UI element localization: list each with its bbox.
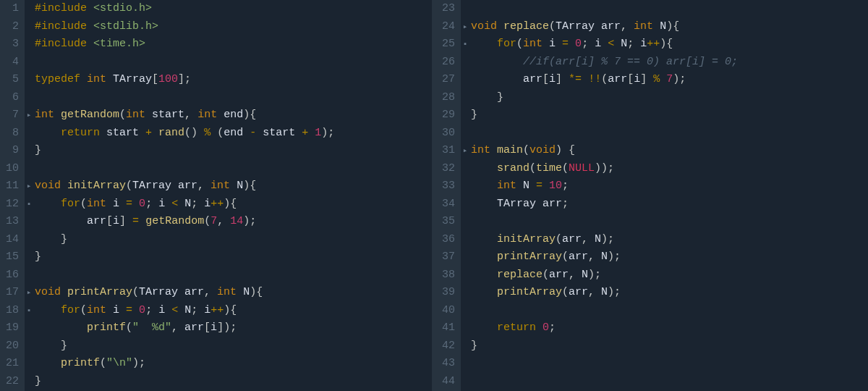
line-number: 5 (4, 71, 19, 89)
editor-pane-left[interactable]: 12345678910111213141516171819202122 ▸▸▪▸… (0, 0, 432, 391)
token-fn: initArray (497, 233, 556, 245)
token-i: N (230, 180, 243, 192)
code-line[interactable]: printf(" %d", arr[i]); (35, 319, 432, 337)
code-line[interactable]: return 0; (471, 319, 868, 337)
token-pu: ) (660, 38, 666, 50)
fold-marker[interactable]: ▪ (25, 196, 33, 214)
code-area-left[interactable]: #include <stdio.h>#include <stdlib.h>#in… (33, 0, 432, 391)
token-pu: , (204, 286, 210, 298)
code-line[interactable] (471, 0, 868, 18)
code-line[interactable]: } (471, 106, 868, 125)
token-op: + (145, 127, 152, 139)
token-st: "\n" (106, 357, 132, 369)
code-line[interactable]: for(int i = 0; i < N; i++){ (35, 302, 432, 320)
token-i (191, 109, 197, 121)
token-pu: ] (178, 73, 184, 85)
line-number: 8 (4, 125, 19, 143)
fold-column-left[interactable]: ▸▸▪▸▪ (25, 0, 33, 391)
token-i (471, 269, 497, 281)
code-line[interactable]: int getRandom(int start, int end){ (35, 106, 432, 125)
fold-marker[interactable]: ▪ (461, 35, 469, 54)
token-pu: } (471, 109, 477, 121)
code-line[interactable]: void replace(TArray arr, int N){ (471, 18, 868, 36)
code-line[interactable]: int main(void) { (471, 142, 868, 160)
token-pu: ( (562, 286, 569, 298)
token-i (542, 180, 549, 192)
code-line[interactable]: printf("\n"); (35, 355, 432, 373)
code-line[interactable]: } (35, 248, 432, 266)
code-line[interactable] (471, 373, 868, 391)
editor-pane-right[interactable]: 2324252627282930313233343536373839404142… (436, 0, 868, 391)
token-pu: ( (100, 357, 106, 369)
code-line[interactable]: #include <stdio.h> (35, 0, 432, 18)
code-line[interactable]: } (35, 142, 432, 160)
fold-marker[interactable]: ▸ (25, 284, 33, 302)
token-ty: int (87, 198, 106, 210)
code-line[interactable] (35, 54, 432, 72)
fold-marker[interactable]: ▪ (25, 302, 33, 320)
fold-marker (461, 89, 469, 107)
token-i: arr (178, 321, 204, 334)
fold-column-right[interactable]: ▸▪▸ (461, 0, 469, 391)
line-number: 3 (4, 35, 19, 54)
code-line[interactable]: initArray(arr, N); (471, 231, 868, 249)
code-line[interactable]: } (35, 231, 432, 249)
token-i: N (575, 269, 588, 281)
code-line[interactable] (471, 213, 868, 231)
code-line[interactable] (471, 355, 868, 373)
code-line[interactable] (35, 266, 432, 285)
code-line[interactable]: return start + rand() % (end - start + 1… (35, 125, 432, 143)
token-i (197, 127, 204, 139)
fold-marker (461, 213, 469, 231)
code-line[interactable]: typedef int TArray[100]; (35, 71, 432, 89)
token-op: ++ (647, 38, 660, 50)
code-line[interactable]: //if(arr[i] % 7 == 0) arr[i] = 0; (471, 54, 868, 72)
code-line[interactable]: arr[i] = getRandom(7, 14); (35, 213, 432, 231)
fold-marker[interactable]: ▸ (461, 18, 469, 36)
fold-marker[interactable]: ▸ (25, 177, 33, 196)
code-line[interactable] (35, 160, 432, 178)
code-line[interactable]: void printArray(TArray arr, int N){ (35, 284, 432, 302)
code-line[interactable]: TArray arr; (471, 196, 868, 214)
line-number: 30 (441, 125, 455, 143)
code-area-right[interactable]: void replace(TArray arr, int N){ for(int… (469, 0, 868, 391)
code-line[interactable]: srand(time(NULL)); (471, 160, 868, 178)
code-line[interactable]: #include <stdlib.h> (35, 18, 432, 36)
fold-marker[interactable]: ▸ (25, 106, 33, 125)
token-i: TArray arr (132, 180, 197, 192)
token-i (204, 180, 210, 192)
token-pu: ) (588, 269, 595, 281)
token-pu: ) (250, 286, 256, 298)
token-pu: } (35, 251, 41, 263)
token-pu: ) (608, 286, 614, 298)
token-pu: ; (562, 180, 569, 192)
line-number: 17 (4, 284, 19, 302)
token-fn: printf (61, 357, 100, 369)
code-line[interactable] (471, 125, 868, 143)
code-line[interactable]: arr[i] *= !!(arr[i] % 7); (471, 71, 868, 89)
token-pu: ; (582, 38, 588, 50)
code-line[interactable]: for(int i = 0; i < N; i++){ (35, 196, 432, 214)
code-line[interactable]: void initArray(TArray arr, int N){ (35, 177, 432, 196)
code-line[interactable]: } (35, 337, 432, 356)
token-i (35, 198, 61, 210)
code-line[interactable]: } (471, 89, 868, 107)
token-nu: 0 (542, 321, 549, 334)
code-line[interactable]: printArray(arr, N); (471, 248, 868, 266)
line-number: 34 (441, 196, 455, 214)
code-line[interactable]: #include <time.h> (35, 35, 432, 54)
token-pu: ; (184, 73, 191, 85)
code-line[interactable] (35, 89, 432, 107)
code-line[interactable]: replace(arr, N); (471, 266, 868, 285)
fold-marker[interactable]: ▸ (461, 142, 469, 160)
code-line[interactable]: } (471, 337, 868, 356)
code-line[interactable] (471, 302, 868, 320)
token-kw: for (61, 304, 80, 316)
fold-marker (25, 319, 33, 337)
token-i: i (197, 304, 210, 316)
code-line[interactable]: } (35, 373, 432, 391)
token-i (471, 321, 497, 334)
code-line[interactable]: int N = 10; (471, 177, 868, 196)
code-line[interactable]: printArray(arr, N); (471, 284, 868, 302)
code-line[interactable]: for(int i = 0; i < N; i++){ (471, 35, 868, 54)
